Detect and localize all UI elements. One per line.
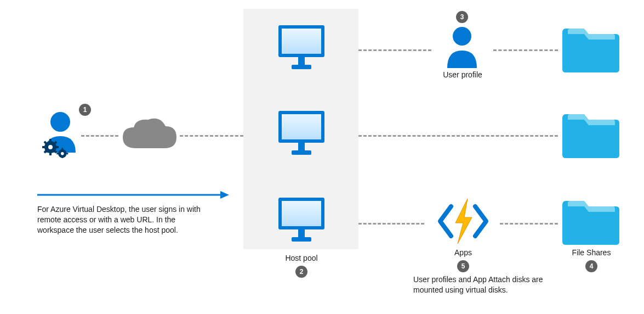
user-profile-label: User profile bbox=[437, 70, 488, 79]
svg-marker-32 bbox=[455, 199, 472, 244]
svg-rect-21 bbox=[298, 57, 305, 65]
svg-rect-16 bbox=[66, 153, 68, 154]
svg-rect-30 bbox=[292, 237, 311, 242]
monitor-icon-3 bbox=[276, 195, 327, 246]
svg-rect-26 bbox=[292, 150, 311, 155]
svg-rect-20 bbox=[282, 29, 321, 54]
svg-rect-15 bbox=[56, 153, 59, 154]
azure-function-icon bbox=[436, 197, 491, 248]
connector-host-userprofile bbox=[358, 49, 431, 51]
file-shares-label: File Shares bbox=[569, 248, 614, 257]
connector-apps-folder bbox=[500, 223, 558, 225]
svg-rect-13 bbox=[61, 148, 63, 150]
connector-host-apps bbox=[358, 223, 424, 225]
svg-marker-18 bbox=[220, 191, 229, 199]
folder-icon-1 bbox=[560, 23, 622, 75]
step-badge-5: 5 bbox=[457, 260, 469, 272]
folder-icon-3 bbox=[560, 195, 622, 248]
step-badge-2: 2 bbox=[295, 266, 307, 278]
cloud-icon bbox=[119, 116, 179, 156]
svg-rect-4 bbox=[49, 152, 52, 155]
step-5-description: User profiles and App Attach disks are m… bbox=[413, 274, 545, 295]
step-badge-1: 1 bbox=[79, 104, 91, 116]
step-badge-4: 4 bbox=[585, 260, 597, 272]
folder-icon-2 bbox=[560, 109, 622, 161]
svg-rect-25 bbox=[298, 143, 305, 150]
svg-rect-28 bbox=[282, 201, 321, 226]
host-pool-label: Host pool bbox=[280, 254, 323, 262]
connector-userprofile-folder bbox=[493, 49, 558, 51]
flow-arrow-icon bbox=[37, 190, 229, 201]
connector-cloud-hostpool bbox=[180, 135, 243, 137]
svg-rect-22 bbox=[292, 65, 311, 69]
connector-host-folder-mid bbox=[358, 135, 558, 137]
svg-rect-29 bbox=[298, 229, 305, 237]
svg-rect-24 bbox=[282, 114, 321, 139]
svg-rect-6 bbox=[55, 146, 59, 148]
user-gear-icon bbox=[38, 110, 82, 160]
svg-rect-3 bbox=[49, 139, 52, 142]
step-1-description: For Azure Virtual Desktop, the user sign… bbox=[37, 204, 213, 236]
apps-label: Apps bbox=[449, 248, 477, 257]
svg-point-31 bbox=[453, 27, 471, 46]
svg-rect-5 bbox=[42, 146, 45, 148]
connector-user-cloud bbox=[81, 135, 118, 137]
monitor-icon-1 bbox=[276, 23, 327, 74]
svg-point-0 bbox=[50, 112, 70, 132]
svg-point-12 bbox=[61, 152, 64, 155]
monitor-icon-2 bbox=[276, 109, 327, 160]
svg-rect-14 bbox=[61, 157, 63, 158]
user-icon bbox=[443, 25, 481, 70]
svg-point-2 bbox=[48, 145, 53, 149]
step-badge-3: 3 bbox=[456, 11, 468, 23]
